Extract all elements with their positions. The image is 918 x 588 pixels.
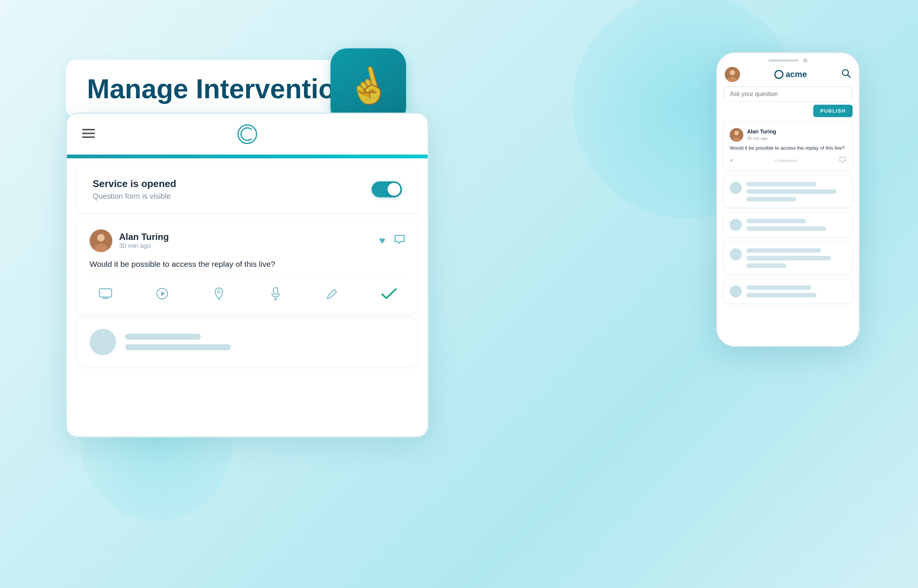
phone-search-icon[interactable] xyxy=(841,68,851,81)
phone-search-bar[interactable] xyxy=(723,87,853,102)
tablet-logo xyxy=(238,124,257,144)
avatar xyxy=(90,229,112,252)
skeleton-line xyxy=(746,293,816,297)
phone-q-footer: ♥ 0 comments xyxy=(730,155,846,165)
hamburger-icon[interactable] xyxy=(82,129,95,140)
skeleton-avatar-1 xyxy=(730,182,742,194)
phone-q-user-time: 30 min ago xyxy=(747,136,767,141)
acme-circle-icon xyxy=(774,70,784,79)
service-info: Service is opened Question form is visib… xyxy=(92,178,176,201)
phone-skeleton-1 xyxy=(723,175,853,208)
skeleton-lines-2 xyxy=(746,219,846,231)
svg-rect-0 xyxy=(82,129,95,130)
phone-skeleton-3 xyxy=(723,242,853,275)
phone-search-input[interactable] xyxy=(730,91,846,97)
phone-header: acme xyxy=(717,64,859,87)
svg-rect-1 xyxy=(82,132,95,134)
service-toggle[interactable] xyxy=(372,181,402,197)
svg-line-19 xyxy=(848,75,850,78)
phone-skeleton-2 xyxy=(723,212,853,237)
skeleton-line xyxy=(746,263,787,268)
skeleton-line xyxy=(746,226,826,231)
skeleton-lines-3 xyxy=(746,248,846,268)
phone-chat-icon[interactable] xyxy=(839,157,846,165)
heart-icon[interactable]: ♥ xyxy=(379,235,385,247)
acme-text: acme xyxy=(786,69,807,79)
phone-skeleton-4 xyxy=(723,279,853,304)
phone-q-user-name: Alan Turing xyxy=(747,129,776,134)
page-title: Manage Interventions xyxy=(87,73,367,104)
placeholder-avatar xyxy=(90,329,116,355)
phone-heart-icon[interactable]: ♥ xyxy=(730,157,733,164)
display-button[interactable] xyxy=(94,284,117,303)
edit-button[interactable] xyxy=(321,284,344,303)
play-button[interactable] xyxy=(151,284,173,303)
svg-rect-2 xyxy=(82,136,95,138)
skeleton-avatar-3 xyxy=(730,248,742,260)
service-card: Service is opened Question form is visib… xyxy=(78,166,417,213)
svg-marker-10 xyxy=(161,291,165,296)
check-button[interactable] xyxy=(378,284,400,303)
question-card: Alan Turing 30 min ago ♥ Would it be p xyxy=(78,219,417,313)
skeleton-line xyxy=(746,256,831,260)
user-name: Alan Turing xyxy=(119,232,169,242)
phone-notch-area xyxy=(717,53,859,64)
skeleton-line xyxy=(746,189,836,194)
skeleton-line xyxy=(746,182,816,186)
svg-point-11 xyxy=(218,291,220,293)
skeleton-lines-4 xyxy=(746,285,846,297)
phone-question-item: Alan Turing 30 min ago Would it be possi… xyxy=(723,122,853,171)
phone-camera xyxy=(803,58,808,63)
skeleton-line xyxy=(746,197,796,202)
phone-mockup: acme PUBLISH xyxy=(716,52,860,347)
skeleton-avatar-4 xyxy=(730,285,742,297)
service-title: Service is opened xyxy=(92,178,176,190)
publish-button[interactable]: PUBLISH xyxy=(813,105,853,117)
svg-point-16 xyxy=(730,70,735,75)
svg-rect-12 xyxy=(274,288,278,294)
intervention-row xyxy=(90,281,405,306)
mic-button[interactable] xyxy=(264,284,287,303)
comment-icon[interactable] xyxy=(394,235,405,247)
placeholder-lines xyxy=(125,334,231,350)
question-text: Would it be possible to access the repla… xyxy=(90,260,405,275)
user-info: Alan Turing 30 min ago xyxy=(90,229,169,252)
svg-point-21 xyxy=(734,131,739,135)
svg-point-4 xyxy=(97,234,105,241)
skeleton-lines-1 xyxy=(746,182,846,202)
svg-rect-6 xyxy=(99,289,112,297)
phone-user-avatar xyxy=(725,67,740,82)
placeholder-line-2 xyxy=(125,344,231,350)
tablet-mockup: Service is opened Question form is visib… xyxy=(66,113,429,438)
card-actions: ♥ xyxy=(379,235,405,247)
pin-button[interactable] xyxy=(207,284,230,303)
user-time: 30 min ago xyxy=(119,242,151,249)
phone-q-text: Would it be possible to access the repla… xyxy=(730,145,846,152)
accent-bar xyxy=(67,155,427,158)
skeleton-line xyxy=(746,219,806,223)
acme-logo: acme xyxy=(774,69,807,79)
placeholder-line-1 xyxy=(125,334,201,340)
hand-icon: ☝ xyxy=(343,61,393,111)
placeholder-row xyxy=(78,318,417,366)
service-subtitle: Question form is visible xyxy=(92,192,176,201)
skeleton-line xyxy=(746,248,821,253)
skeleton-avatar-2 xyxy=(730,219,742,231)
phone-q-meta: Alan Turing 30 min ago xyxy=(747,129,776,141)
phone-notch xyxy=(768,59,798,61)
user-meta: Alan Turing 30 min ago xyxy=(119,232,169,250)
phone-q-avatar xyxy=(730,128,743,142)
skeleton-line xyxy=(746,285,811,290)
tablet-header xyxy=(67,114,427,155)
phone-comments-count: 0 comments xyxy=(775,158,798,163)
